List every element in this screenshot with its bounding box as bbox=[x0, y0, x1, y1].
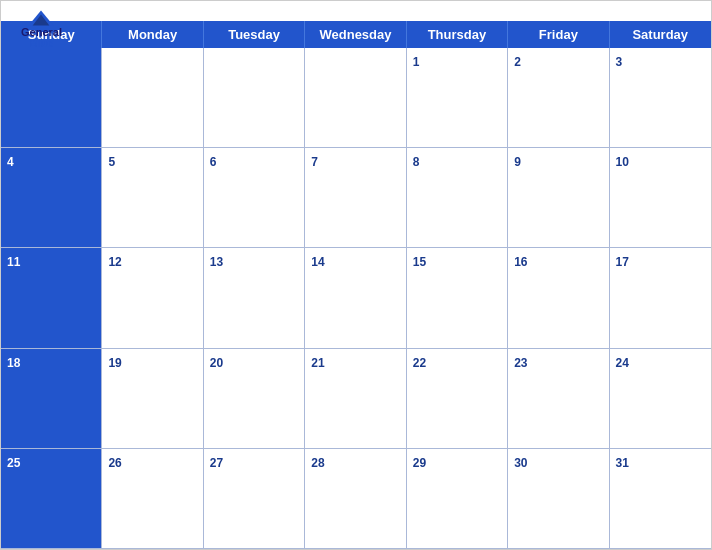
day-header-tuesday: Tuesday bbox=[204, 21, 305, 48]
calendar-cell: 4 bbox=[1, 148, 102, 248]
day-number: 28 bbox=[311, 456, 324, 470]
day-number: 24 bbox=[616, 356, 629, 370]
calendar-cell: 27 bbox=[204, 449, 305, 549]
day-number: 14 bbox=[311, 255, 324, 269]
calendar-cell: 3 bbox=[610, 48, 711, 148]
day-number: 31 bbox=[616, 456, 629, 470]
day-number: 20 bbox=[210, 356, 223, 370]
day-header-saturday: Saturday bbox=[610, 21, 711, 48]
day-number: 19 bbox=[108, 356, 121, 370]
calendar-cell: 31 bbox=[610, 449, 711, 549]
day-number: 5 bbox=[108, 155, 115, 169]
day-number: 18 bbox=[7, 356, 20, 370]
day-number: 10 bbox=[616, 155, 629, 169]
calendar-cell: 24 bbox=[610, 349, 711, 449]
calendar-cell: 26 bbox=[102, 449, 203, 549]
day-number: 1 bbox=[413, 55, 420, 69]
calendar-cell: 7 bbox=[305, 148, 406, 248]
calendar-cell: 1 bbox=[407, 48, 508, 148]
day-headers: SundayMondayTuesdayWednesdayThursdayFrid… bbox=[1, 21, 711, 48]
day-number: 25 bbox=[7, 456, 20, 470]
day-number: 16 bbox=[514, 255, 527, 269]
calendar-cell: 6 bbox=[204, 148, 305, 248]
calendar-cell: 23 bbox=[508, 349, 609, 449]
calendar-cell bbox=[204, 48, 305, 148]
day-number: 13 bbox=[210, 255, 223, 269]
calendar-cell: 9 bbox=[508, 148, 609, 248]
calendar-cell bbox=[305, 48, 406, 148]
calendar-cell: 18 bbox=[1, 349, 102, 449]
day-number: 9 bbox=[514, 155, 521, 169]
calendar-grid: 1234567891011121314151617181920212223242… bbox=[1, 48, 711, 549]
day-number: 23 bbox=[514, 356, 527, 370]
calendar-cell: 12 bbox=[102, 248, 203, 348]
calendar-cell bbox=[102, 48, 203, 148]
calendar-cell: 20 bbox=[204, 349, 305, 449]
calendar-cell: 10 bbox=[610, 148, 711, 248]
calendar-cell: 21 bbox=[305, 349, 406, 449]
day-number: 2 bbox=[514, 55, 521, 69]
day-number: 27 bbox=[210, 456, 223, 470]
calendar-cell: 13 bbox=[204, 248, 305, 348]
calendar-cell: 30 bbox=[508, 449, 609, 549]
day-number: 12 bbox=[108, 255, 121, 269]
calendar-cell: 25 bbox=[1, 449, 102, 549]
day-header-thursday: Thursday bbox=[407, 21, 508, 48]
day-header-friday: Friday bbox=[508, 21, 609, 48]
day-number: 15 bbox=[413, 255, 426, 269]
calendar-cell: 2 bbox=[508, 48, 609, 148]
day-number: 21 bbox=[311, 356, 324, 370]
calendar-cell: 8 bbox=[407, 148, 508, 248]
logo: General Blue bbox=[21, 9, 62, 49]
calendar: General Blue SundayMondayTuesdayWednesda… bbox=[0, 0, 712, 550]
calendar-cell: 5 bbox=[102, 148, 203, 248]
calendar-cell: 15 bbox=[407, 248, 508, 348]
day-number: 11 bbox=[7, 255, 20, 269]
calendar-cell: 28 bbox=[305, 449, 406, 549]
calendar-cell: 17 bbox=[610, 248, 711, 348]
day-number: 29 bbox=[413, 456, 426, 470]
calendar-cell: 29 bbox=[407, 449, 508, 549]
calendar-cell: 16 bbox=[508, 248, 609, 348]
day-number: 30 bbox=[514, 456, 527, 470]
calendar-cell: 22 bbox=[407, 349, 508, 449]
day-header-monday: Monday bbox=[102, 21, 203, 48]
day-number: 17 bbox=[616, 255, 629, 269]
calendar-cell: 11 bbox=[1, 248, 102, 348]
calendar-cell: 14 bbox=[305, 248, 406, 348]
day-number: 26 bbox=[108, 456, 121, 470]
day-number: 22 bbox=[413, 356, 426, 370]
day-number: 8 bbox=[413, 155, 420, 169]
day-number: 7 bbox=[311, 155, 318, 169]
logo-blue: Blue bbox=[30, 38, 54, 49]
calendar-header: General Blue bbox=[1, 1, 711, 21]
day-header-wednesday: Wednesday bbox=[305, 21, 406, 48]
day-number: 6 bbox=[210, 155, 217, 169]
day-number: 3 bbox=[616, 55, 623, 69]
calendar-cell bbox=[1, 48, 102, 148]
day-number: 4 bbox=[7, 155, 14, 169]
calendar-cell: 19 bbox=[102, 349, 203, 449]
